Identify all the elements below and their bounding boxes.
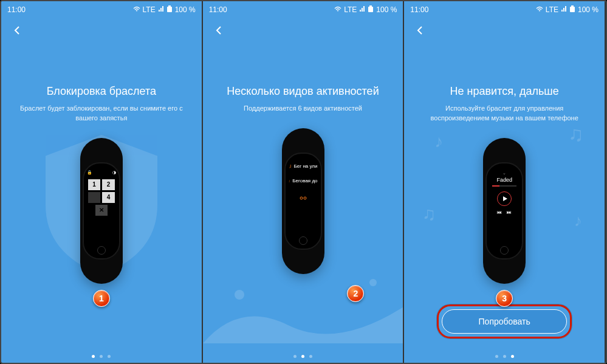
wifi-icon — [334, 5, 341, 14]
next-icon: ⏭ — [507, 210, 512, 215]
step-badge-1: 1 — [93, 290, 110, 307]
svg-rect-10 — [570, 7, 575, 12]
svg-rect-11 — [571, 5, 574, 7]
activity-label: Беговая до — [292, 178, 317, 184]
signal-icon — [158, 5, 164, 14]
dot-1 — [293, 355, 297, 358]
dot-3 — [108, 355, 111, 358]
onboarding-screen-3: 11:00 LTE 100 % ♪ ♫ ♫ ♪ Не нравится, дал… — [404, 1, 606, 363]
play-icon — [497, 191, 512, 206]
prev-icon: ⏮ — [497, 210, 502, 215]
page-title: Несколько видов активностей — [203, 85, 403, 98]
status-bar: 11:00 LTE 100 % — [1, 1, 202, 18]
dot-1 — [495, 355, 498, 358]
wifi-icon — [133, 5, 140, 14]
step-badge-3: 3 — [496, 290, 513, 307]
dot-2 — [100, 355, 103, 358]
band-screen-activity: Бег на ули Беговая до — [287, 159, 319, 232]
dot-1 — [92, 355, 95, 358]
band-device: ⌄ Faded ⏮ ⏭ — [483, 138, 526, 284]
svg-rect-1 — [168, 5, 171, 7]
wifi-icon — [536, 5, 543, 14]
page-dots — [404, 355, 605, 358]
page-subtitle: Поддерживается 6 видов активностей — [203, 104, 403, 114]
dot-2 — [503, 355, 506, 358]
battery-icon — [166, 5, 173, 15]
svg-rect-0 — [167, 7, 172, 12]
dot-3 — [511, 355, 514, 358]
clock: 11:00 — [7, 5, 26, 14]
status-right: LTE 100 % — [334, 5, 397, 15]
band-home-button — [500, 246, 509, 255]
cycling-icon — [300, 191, 307, 200]
svg-point-5 — [369, 279, 377, 286]
treadmill-icon — [289, 177, 290, 185]
svg-point-6 — [290, 165, 290, 165]
status-bar: 11:00 LTE 100 % — [203, 1, 403, 18]
svg-rect-3 — [369, 5, 372, 7]
page-dots — [1, 355, 202, 358]
network-label: LTE — [546, 5, 558, 14]
band-device: Бег на ули Беговая до — [282, 128, 324, 274]
onboarding-screen-2: 11:00 LTE 100 % Несколько видов активнос… — [203, 1, 405, 363]
band-home-button — [299, 236, 307, 245]
onboarding-screen-1: 11:00 LTE 100 % Блокировка браслета Брас… — [1, 1, 203, 363]
network-label: LTE — [143, 5, 156, 14]
dot-3 — [309, 355, 312, 358]
svg-point-4 — [235, 290, 244, 300]
keypad-1: 1 — [88, 179, 101, 190]
signal-icon — [359, 5, 365, 14]
track-name: Faded — [489, 177, 520, 183]
clock: 11:00 — [209, 5, 227, 14]
cta-highlight: Попробовать — [437, 304, 572, 338]
svg-point-8 — [300, 197, 303, 199]
clock: 11:00 — [410, 5, 428, 14]
band-device: 🔒 ◑ 1 2 4 ✕ — [80, 138, 123, 284]
battery-icon — [569, 5, 575, 15]
page-subtitle: Браслет будет заблокирован, если вы сним… — [1, 104, 202, 123]
battery-label: 100 % — [578, 5, 598, 14]
progress-bar — [492, 185, 516, 187]
signal-icon — [561, 5, 567, 14]
battery-label: 100 % — [175, 5, 196, 14]
band-screen-lock: 🔒 ◑ 1 2 4 ✕ — [86, 168, 117, 241]
battery-icon — [368, 5, 374, 15]
page-subtitle: Используйте браслет для управления воспр… — [404, 104, 605, 123]
svg-rect-2 — [368, 7, 373, 12]
page-title: Блокировка браслета — [1, 85, 202, 98]
page-dots — [203, 355, 403, 358]
band-lock-icon: 🔒 — [87, 170, 92, 175]
band-screen-music: ⌄ Faded ⏮ ⏭ — [489, 168, 520, 241]
svg-point-9 — [304, 197, 306, 199]
band-home-button — [97, 246, 106, 255]
status-bar: 11:00 LTE 100 % — [404, 1, 605, 18]
keypad-clear: ✕ — [95, 205, 108, 216]
battery-label: 100 % — [376, 5, 397, 14]
activity-label: Бег на ули — [294, 163, 318, 169]
keypad-3 — [88, 192, 101, 203]
network-label: LTE — [344, 5, 357, 14]
dot-2 — [301, 355, 304, 358]
keypad-2: 2 — [102, 179, 115, 190]
status-right: LTE 100 % — [536, 5, 598, 15]
try-button[interactable]: Попробовать — [442, 309, 567, 334]
status-right: LTE 100 % — [133, 5, 196, 15]
page-title: Не нравится, дальше — [404, 85, 605, 98]
svg-point-7 — [289, 180, 290, 180]
keypad-4: 4 — [102, 192, 115, 203]
running-icon — [289, 162, 292, 171]
